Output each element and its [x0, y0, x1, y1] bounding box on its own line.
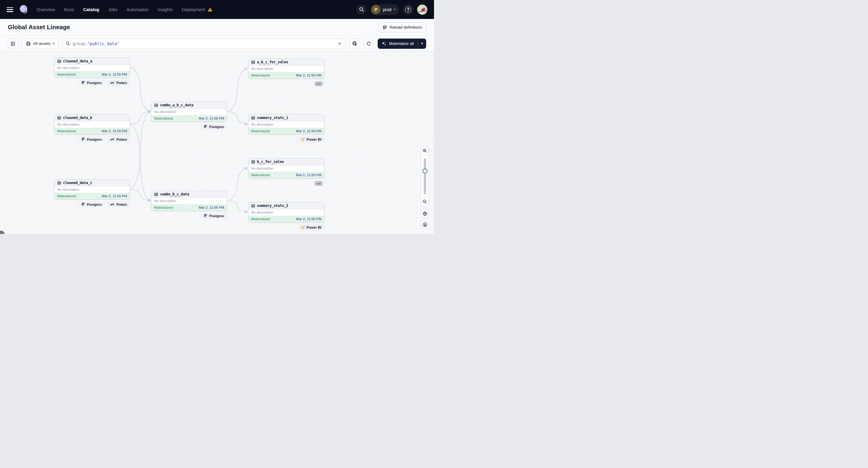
asset-node-header: combo_a_b_c_data [152, 102, 227, 109]
materialized-timestamp[interactable]: Mar 2, 11:56 PM [296, 173, 321, 177]
asset-badges-b_c_for_sales: csv [248, 180, 324, 186]
badge-powerbi[interactable]: Power BI [298, 224, 324, 230]
materialized-status: Materialized [251, 73, 270, 77]
badge-csv[interactable]: csv [313, 180, 324, 186]
lineage-canvas[interactable]: cleaned_data_aNo descriptionMaterialized… [0, 52, 434, 234]
asset-node-header: summary_stats_2 [248, 202, 324, 209]
nav-item-overview[interactable]: Overview [37, 7, 55, 12]
lineage-search-input[interactable]: group:"public_data" × [62, 38, 345, 49]
global-search-button[interactable] [356, 4, 367, 15]
download-image-button[interactable] [421, 220, 429, 228]
postgres-icon [81, 137, 85, 141]
search-query-value: "public_data" [87, 41, 119, 46]
materialize-all-label: Materialize all [389, 41, 414, 46]
refresh-button[interactable] [364, 38, 374, 49]
asset-name: cleaned_data_b [63, 116, 92, 120]
zoom-slider-handle[interactable] [422, 169, 427, 174]
badge-polars[interactable]: Polars [107, 136, 130, 142]
badge-polars[interactable]: Polars [107, 201, 130, 207]
asset-node-summary_stats_2[interactable]: summary_stats_2No descriptionMaterialize… [248, 202, 324, 223]
new-asset-group-button[interactable] [349, 38, 360, 49]
materialize-all-button[interactable]: Materialize all ▼ [378, 38, 426, 49]
asset-name: cleaned_data_c [63, 181, 92, 185]
asset-status-row: MaterializedMar 2, 11:56 PM [55, 193, 130, 199]
globe-plus-icon [352, 41, 357, 46]
zoom-slider-track[interactable] [424, 158, 426, 194]
zoom-out-button[interactable] [421, 197, 429, 206]
reload-cube-icon [382, 25, 387, 30]
badge-postgres[interactable]: Postgres [200, 213, 227, 219]
search-icon [66, 41, 70, 46]
badge-label: Postgres [87, 81, 102, 85]
asset-scope-dropdown[interactable]: All assets ▾ [22, 38, 58, 49]
materialized-timestamp[interactable]: Mar 2, 11:56 PM [199, 206, 224, 209]
deployment-name: prod [383, 7, 391, 12]
asset-node-summary_stats_1[interactable]: summary_stats_1No descriptionMaterialize… [248, 114, 324, 135]
help-button[interactable]: ? [403, 4, 413, 15]
postgres-icon [204, 214, 208, 218]
hamburger-menu-icon[interactable] [7, 7, 13, 12]
search-query-prefix: group: [72, 41, 87, 46]
materialized-timestamp[interactable]: Mar 2, 11:56 PM [296, 129, 321, 133]
asset-node-header: combo_b_c_data [152, 191, 227, 198]
badge-postgres[interactable]: Postgres [78, 201, 105, 207]
asset-status-row: MaterializedMar 2, 11:56 PM [248, 171, 324, 178]
asset-node-cleaned_data_b[interactable]: cleaned_data_bNo descriptionMaterialized… [54, 114, 130, 135]
badge-polars[interactable]: Polars [107, 80, 130, 86]
badge-label: Postgres [209, 214, 224, 218]
nav-item-jobs[interactable]: Jobs [108, 7, 118, 12]
deployment-warning-icon [208, 7, 213, 12]
materialized-timestamp[interactable]: Mar 2, 11:56 PM [199, 117, 224, 120]
nav-item-deployment[interactable]: Deployment [182, 7, 212, 12]
badge-postgres[interactable]: Postgres [200, 124, 227, 129]
nav-item-catalog[interactable]: Catalog [83, 7, 99, 12]
table-icon [57, 181, 61, 185]
badge-powerbi[interactable]: Power BI [298, 136, 324, 142]
badge-label: Polars [117, 81, 127, 85]
materialized-timestamp[interactable]: Mar 2, 11:56 PM [296, 217, 321, 221]
asset-node-combo_a_b_c_data[interactable]: combo_a_b_c_dataNo descriptionMaterializ… [151, 101, 227, 122]
dagster-logo-icon[interactable] [18, 4, 30, 15]
clear-search-button[interactable]: × [337, 41, 342, 47]
user-avatar[interactable] [417, 4, 427, 15]
table-icon [57, 59, 61, 63]
csv-icon: csv [315, 182, 322, 185]
zoom-in-button[interactable] [421, 146, 429, 155]
badge-postgres[interactable]: Postgres [78, 80, 105, 86]
asset-node-combo_b_c_data[interactable]: combo_b_c_dataNo descriptionMaterialized… [151, 191, 227, 211]
asset-description: No description [55, 121, 130, 128]
asset-badges-combo_b_c_data: Postgres [151, 213, 227, 219]
asset-node-header: a_b_c_for_sales [248, 59, 324, 66]
zoom-slider[interactable] [421, 155, 429, 197]
asset-node-a_b_c_for_sales[interactable]: a_b_c_for_salesNo descriptionMaterialize… [248, 58, 324, 79]
dagster-app-window: OverviewRunsCatalogJobsAutomationInsight… [0, 0, 434, 234]
materialized-timestamp[interactable]: Mar 2, 11:56 PM [102, 129, 127, 133]
graph-settings-button[interactable] [421, 209, 429, 217]
asset-badges-cleaned_data_b: PostgresPolars [54, 136, 130, 142]
asset-description: No description [248, 209, 324, 216]
badge-csv[interactable]: csv [313, 81, 324, 87]
nav-item-automation[interactable]: Automation [126, 7, 149, 12]
asset-node-cleaned_data_a[interactable]: cleaned_data_aNo descriptionMaterialized… [54, 58, 130, 78]
asset-description: No description [55, 65, 130, 71]
nav-item-runs[interactable]: Runs [64, 7, 74, 12]
badge-postgres[interactable]: Postgres [78, 136, 105, 142]
badge-label: Postgres [209, 125, 224, 129]
badge-label: Polars [117, 137, 127, 141]
asset-description: No description [248, 121, 324, 128]
materialized-timestamp[interactable]: Mar 2, 11:56 PM [296, 73, 321, 77]
materialized-timestamp[interactable]: Mar 2, 11:56 PM [102, 194, 127, 198]
materialized-status: Materialized [251, 173, 270, 177]
asset-node-cleaned_data_c[interactable]: cleaned_data_cNo descriptionMaterialized… [54, 179, 130, 200]
asset-node-b_c_for_sales[interactable]: b_c_for_salesNo descriptionMaterializedM… [248, 158, 324, 179]
edge-cleaned_data_c-to-combo_b_c_data [130, 189, 150, 200]
deployment-switcher[interactable]: P prod ▾ [370, 4, 399, 15]
nav-item-insights[interactable]: Insights [157, 7, 173, 12]
reload-definitions-button[interactable]: Reload definitions [378, 22, 426, 33]
reload-definitions-label: Reload definitions [390, 25, 422, 30]
open-sidebar-button[interactable] [8, 38, 18, 49]
materialize-options-button[interactable]: ▼ [418, 38, 426, 49]
asset-badges-a_b_c_for_sales: csv [248, 81, 324, 87]
lineage-toolbar: All assets ▾ group:"public_data" × [0, 36, 434, 52]
materialized-timestamp[interactable]: Mar 2, 11:56 PM [102, 72, 127, 76]
